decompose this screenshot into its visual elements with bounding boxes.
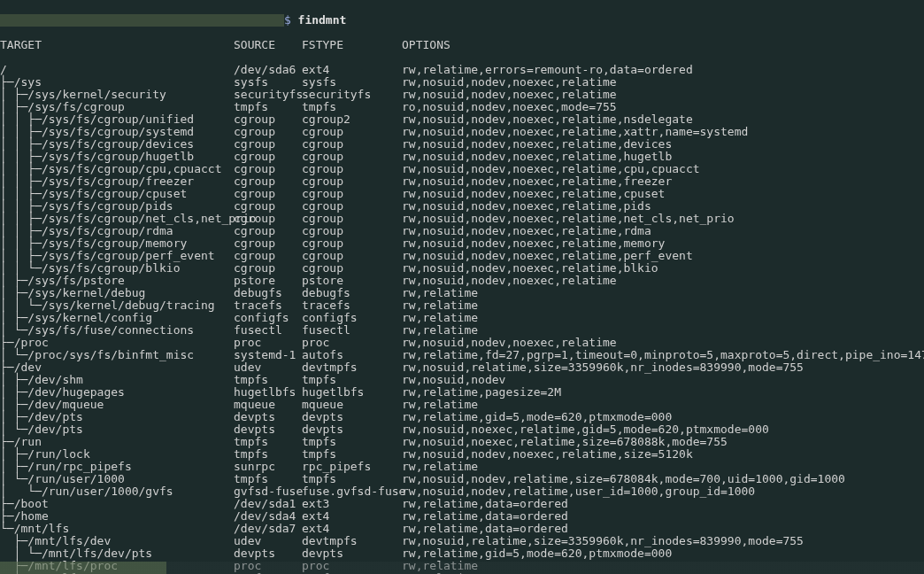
mount-options: rw,nosuid,nodev,noexec,relatime,memory: [402, 237, 665, 250]
mount-fstype: fusectl: [302, 324, 402, 337]
mount-options: rw,nosuid,noexec,relatime,gid=5,mode=620…: [402, 423, 769, 436]
mount-row: │ │ ├─/sys/fs/cgroup/unifiedcgroupcgroup…: [0, 113, 924, 126]
mount-source: /dev/sda4: [234, 510, 302, 523]
prompt-dollar: $: [284, 13, 291, 27]
mount-row: ├─/runtmpfstmpfsrw,nosuid,noexec,relatim…: [0, 436, 924, 448]
mount-target: /: [0, 64, 234, 76]
mount-row: │ ├─/dev/hugepageshugetlbfshugetlbfsrw,r…: [0, 386, 924, 399]
mount-source: devpts: [234, 411, 302, 423]
mount-source: /dev/sda1: [234, 498, 302, 510]
mount-fstype: devtmpfs: [302, 361, 402, 374]
mount-options: rw,nosuid,nodev,noexec,relatime,pids: [402, 200, 651, 213]
mount-fstype: devtmpfs: [302, 535, 402, 547]
mount-options: rw,nosuid,noexec,relatime,size=678088k,m…: [402, 436, 728, 448]
mount-fstype: debugfs: [302, 287, 402, 299]
mount-row: │ │ ├─/sys/fs/cgroup/net_cls,net_priocgr…: [0, 213, 924, 225]
mount-target: ├─/sys: [0, 76, 234, 89]
mount-fstype: configfs: [302, 312, 402, 324]
mount-source: systemd-1: [234, 349, 302, 361]
mount-row: │ │ ├─/sys/fs/cgroup/devicescgroupcgroup…: [0, 138, 924, 151]
mount-row: │ │ ├─/sys/fs/cgroup/cpu,cpuacctcgroupcg…: [0, 163, 924, 175]
mount-source: cgroup: [234, 126, 302, 138]
mount-source: devpts: [234, 423, 302, 436]
mount-source: cgroup: [234, 237, 302, 250]
mount-row: ├─/home/dev/sda4ext4rw,relatime,data=ord…: [0, 510, 924, 523]
mount-fstype: devpts: [302, 423, 402, 436]
mount-source: pstore: [234, 275, 302, 287]
mount-source: debugfs: [234, 287, 302, 299]
mount-target: │ │ ├─/sys/fs/cgroup/perf_event: [0, 250, 234, 262]
mount-options: rw,nosuid,relatime,size=3359960k,nr_inod…: [402, 361, 804, 374]
mount-fstype: tmpfs: [302, 436, 402, 448]
mount-source: cgroup: [234, 113, 302, 126]
mount-target: │ │ ├─/sys/fs/cgroup/memory: [0, 237, 234, 250]
mount-target: │ ├─/run/rpc_pipefs: [0, 461, 234, 473]
mount-source: tmpfs: [234, 436, 302, 448]
terminal[interactable]: $ findmnt TARGETSOURCEFSTYPEOPTIONS //de…: [0, 0, 924, 574]
mount-source: cgroup: [234, 200, 302, 213]
mount-target: │ └─/sys/fs/fuse/connections: [0, 324, 234, 337]
mount-options: rw,relatime,data=ordered: [402, 510, 568, 523]
mount-source: cgroup: [234, 188, 302, 200]
mount-source: /dev/sda7: [234, 523, 302, 535]
mount-source: mqueue: [234, 399, 302, 411]
mount-fstype: tmpfs: [302, 101, 402, 113]
mount-source: cgroup: [234, 175, 302, 188]
mount-fstype: ext4: [302, 510, 402, 523]
mount-fstype: cgroup: [302, 126, 402, 138]
status-bar: [0, 562, 924, 574]
mount-options: rw,relatime,errors=remount-ro,data=order…: [402, 64, 693, 76]
mount-row: │ └─/sys/fs/fuse/connectionsfusectlfusec…: [0, 324, 924, 337]
mount-source: proc: [234, 337, 302, 349]
mount-target: ├─/mnt/lfs/dev: [0, 535, 234, 547]
mount-row: ├─/mnt/lfs/devudevdevtmpfsrw,nosuid,rela…: [0, 535, 924, 547]
mount-options: rw,nosuid,nodev,noexec,relatime: [402, 275, 617, 287]
mount-options: rw,relatime,pagesize=2M: [402, 386, 561, 399]
mount-options: rw,nosuid,nodev,noexec,relatime,devices: [402, 138, 672, 151]
mount-fstype: devpts: [302, 411, 402, 423]
mount-target: │ └─/run/user/1000/gvfs: [0, 485, 234, 498]
mount-source: tmpfs: [234, 101, 302, 113]
mount-row: │ └─/mnt/lfs/dev/ptsdevptsdevptsrw,relat…: [0, 547, 924, 560]
header-source: SOURCE: [234, 39, 302, 51]
mount-target: └─/mnt/lfs: [0, 523, 234, 535]
mount-row: //dev/sda6ext4rw,relatime,errors=remount…: [0, 64, 924, 76]
mount-options: rw,nosuid,nodev,noexec,relatime,cpuset: [402, 188, 665, 200]
mount-row: └─/mnt/lfs/dev/sda7ext4rw,relatime,data=…: [0, 523, 924, 535]
mount-source: udev: [234, 361, 302, 374]
mount-source: fusectl: [234, 324, 302, 337]
mount-fstype: devpts: [302, 547, 402, 560]
prompt-line: $ findmnt: [0, 14, 924, 27]
header-row: TARGETSOURCEFSTYPEOPTIONS: [0, 39, 924, 51]
mount-options: rw,relatime: [402, 461, 478, 473]
mount-target: │ └─/mnt/lfs/dev/pts: [0, 547, 234, 560]
mount-fstype: cgroup2: [302, 113, 402, 126]
mount-fstype: pstore: [302, 275, 402, 287]
mount-options: rw,nosuid,nodev,relatime,user_id=1000,gr…: [402, 485, 755, 498]
mount-target: │ │ ├─/sys/fs/cgroup/rdma: [0, 225, 234, 237]
mount-options: rw,nosuid,nodev,relatime,size=678084k,mo…: [402, 473, 845, 485]
mount-fstype: tmpfs: [302, 473, 402, 485]
mount-target: ├─/proc: [0, 337, 234, 349]
mount-options: ro,nosuid,nodev,noexec,mode=755: [402, 101, 617, 113]
mount-target: │ │ ├─/sys/fs/cgroup/systemd: [0, 126, 234, 138]
mount-target: │ │ ├─/sys/fs/cgroup/cpu,cpuacct: [0, 163, 234, 175]
mount-row: │ └─/dev/ptsdevptsdevptsrw,nosuid,noexec…: [0, 423, 924, 436]
mount-row: │ │ ├─/sys/fs/cgroup/memorycgroupcgroupr…: [0, 237, 924, 250]
mount-row: │ ├─/dev/shmtmpfstmpfsrw,nosuid,nodev: [0, 374, 924, 386]
mount-options: rw,nosuid,nodev,noexec,relatime,nsdelega…: [402, 113, 693, 126]
mount-options: rw,relatime,data=ordered: [402, 523, 568, 535]
mount-options: rw,nosuid,nodev,noexec,relatime,hugetlb: [402, 151, 672, 163]
mount-options: rw,nosuid,nodev,noexec,relatime,freezer: [402, 175, 672, 188]
mount-target: │ ├─/sys/kernel/security: [0, 89, 234, 101]
mount-fstype: cgroup: [302, 237, 402, 250]
mount-fstype: tracefs: [302, 299, 402, 312]
mount-fstype: cgroup: [302, 138, 402, 151]
mount-fstype: sysfs: [302, 76, 402, 89]
mount-row: │ └─/proc/sys/fs/binfmt_miscsystemd-1aut…: [0, 349, 924, 361]
header-fstype: FSTYPE: [302, 39, 402, 51]
mount-target: ├─/boot: [0, 498, 234, 510]
mount-fstype: ext4: [302, 64, 402, 76]
mount-row: ├─/devudevdevtmpfsrw,nosuid,relatime,siz…: [0, 361, 924, 374]
mount-row: ├─/boot/dev/sda1ext3rw,relatime,data=ord…: [0, 498, 924, 510]
